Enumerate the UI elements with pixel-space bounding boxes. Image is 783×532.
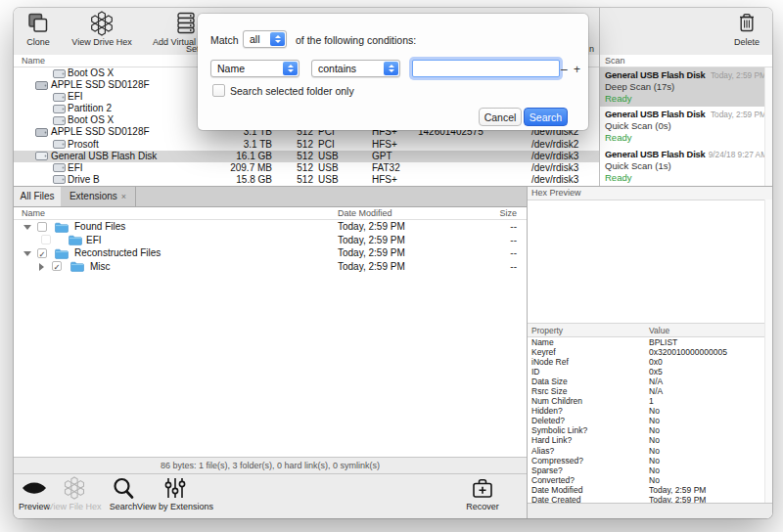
file-size: --: [484, 246, 517, 260]
drive-size: 16.1 GB: [209, 151, 272, 162]
inspector-scrollbar[interactable]: [764, 200, 772, 503]
honeycomb-icon: [47, 476, 102, 502]
operator-select-value: contains: [318, 63, 356, 74]
drive-row[interactable]: EFI 209.7 MB 512 USB FAT32 /dev/rdisk3: [14, 162, 599, 174]
property-key: Symbolic Link?: [531, 425, 587, 435]
property-table: NameBPLIST Keyref0x320010000000005 iNode…: [528, 337, 772, 505]
scan-title: General USB Flash Disk: [605, 70, 706, 80]
drive-block-size: 512: [285, 151, 313, 162]
drive-filesystem: GPT: [372, 151, 392, 162]
file-date-modified: Today, 2:59 PM: [338, 234, 405, 247]
remove-condition-button[interactable]: –: [561, 63, 568, 76]
file-checkbox-unchecked[interactable]: [37, 222, 47, 232]
scan-column-header[interactable]: Scan: [600, 55, 772, 67]
view-drive-hex-button[interactable]: View Drive Hex: [59, 11, 145, 47]
date-modified-column-header[interactable]: Date Modified: [338, 208, 392, 218]
property-row: Rsrc SizeN/A: [528, 386, 772, 396]
file-table-header: Name Date Modified Size: [14, 207, 527, 220]
value-column-header[interactable]: Value: [649, 326, 669, 335]
add-condition-button[interactable]: +: [574, 63, 580, 76]
disclosure-open-icon[interactable]: [23, 251, 31, 256]
field-select-value: Name: [217, 63, 245, 74]
hex-preview-area: [528, 200, 772, 323]
hidden-toolbar-label-tail: n: [589, 44, 594, 54]
property-value: No: [649, 416, 660, 425]
cancel-button[interactable]: Cancel: [479, 108, 522, 126]
property-row: Num Children1: [528, 396, 772, 406]
file-name-column-header[interactable]: Name: [22, 208, 45, 218]
scan-item[interactable]: General USB Flash Disk 9/24/18 9:27 AM Q…: [600, 147, 772, 186]
file-tree-row[interactable]: Found Files Today, 2:59 PM --: [14, 220, 527, 234]
drive-bus: USB: [318, 174, 339, 186]
drive-name: Prosoft: [68, 139, 99, 151]
disclosure-open-icon[interactable]: [23, 225, 31, 230]
file-name: Misc: [90, 260, 111, 274]
drive-size: 15.8 GB: [209, 174, 272, 186]
property-key: Converted?: [531, 475, 575, 485]
drive-filesystem: HFS+: [372, 174, 397, 186]
status-bar: 86 bytes: 1 file(s), 3 folder(s), 0 hard…: [14, 457, 527, 474]
check-icon: ✓: [38, 249, 45, 259]
delete-button[interactable]: Delete: [725, 11, 768, 47]
scan-panel: Scan General USB Flash Disk Today, 2:59 …: [600, 55, 772, 186]
up-down-chevron-icon: [270, 32, 285, 46]
scan-status: Ready: [605, 132, 766, 143]
file-checkbox-disabled[interactable]: [41, 235, 51, 244]
file-name: EFI: [86, 234, 102, 247]
trash-icon: [725, 11, 768, 37]
file-tree-row[interactable]: ✓ Misc Today, 2:59 PM --: [14, 260, 527, 274]
disclosure-closed-icon[interactable]: [39, 263, 44, 271]
file-tree-row[interactable]: EFI Today, 2:59 PM --: [14, 234, 527, 247]
property-key: Num Children: [531, 396, 582, 406]
clone-button[interactable]: Clone: [20, 11, 57, 47]
drive-name: Drive B: [68, 174, 100, 186]
property-value: No: [649, 475, 660, 485]
property-key: Hidden?: [531, 406, 563, 416]
search-selected-folder-checkbox[interactable]: [212, 84, 225, 97]
drive-filesystem: FAT32: [372, 162, 400, 174]
close-icon[interactable]: ×: [121, 192, 126, 201]
property-row: Hidden?No: [528, 406, 772, 416]
property-key: Date Modified: [531, 485, 582, 495]
view-drive-hex-label: View Drive Hex: [59, 37, 145, 47]
operator-select[interactable]: contains: [311, 60, 400, 77]
view-file-hex-button[interactable]: View File Hex: [47, 476, 102, 511]
recover-button[interactable]: Recover: [461, 476, 504, 511]
size-column-header[interactable]: Size: [484, 208, 517, 218]
scan-scrollbar[interactable]: [764, 67, 772, 186]
file-checkbox-checked[interactable]: ✓: [52, 261, 62, 271]
search-query-input[interactable]: [412, 60, 560, 77]
view-by-extensions-button[interactable]: View by Extensions: [131, 476, 219, 511]
search-submit-button[interactable]: Search: [524, 108, 568, 126]
drive-filesystem: HFS+: [372, 139, 397, 151]
property-value: Today, 2:59 PM: [649, 485, 706, 495]
conditions-suffix-label: of the following conditions:: [296, 34, 416, 46]
property-value: N/A: [649, 377, 663, 386]
property-key: iNode Ref: [531, 357, 569, 367]
drive-name: Boot OS X: [68, 67, 114, 79]
drive-name-column-header[interactable]: Name: [22, 56, 45, 66]
drive-row[interactable]: Drive B 15.8 GB 512 USB HFS+ /dev/rdisk3: [14, 174, 599, 186]
field-select[interactable]: Name: [210, 60, 299, 77]
property-row: ID0x5: [528, 367, 772, 377]
property-column-header[interactable]: Property: [531, 326, 563, 335]
tab-extensions[interactable]: Extensions×: [61, 187, 136, 206]
file-checkbox-checked[interactable]: ✓: [37, 248, 47, 258]
scan-item-selected[interactable]: General USB Flash Disk Today, 2:59 PM De…: [600, 67, 772, 107]
recover-toolbox-icon: [461, 476, 504, 502]
match-select[interactable]: all: [243, 30, 287, 48]
property-value: No: [649, 446, 660, 456]
drive-name: Partition 2: [68, 103, 112, 114]
file-name: Reconstructed Files: [74, 246, 161, 260]
scan-item[interactable]: General USB Flash Disk Today, 2:59 PM Qu…: [600, 107, 772, 146]
property-value: 1: [649, 396, 654, 406]
scan-title: General USB Flash Disk: [605, 110, 706, 119]
property-row: Keyref0x320010000000005: [528, 347, 772, 357]
tab-all-files[interactable]: All Files: [14, 187, 62, 206]
drive-row-selected[interactable]: General USB Flash Disk 16.1 GB 512 USB G…: [14, 151, 599, 162]
tab-extensions-label: Extensions: [69, 191, 117, 201]
drive-device: /dev/rdisk3: [531, 174, 578, 186]
recover-label: Recover: [461, 502, 504, 511]
drive-row[interactable]: Prosoft 3.1 TB 512 PCI HFS+ /dev/rdisk2: [14, 139, 599, 151]
file-tree-row[interactable]: ✓ Reconstructed Files Today, 2:59 PM --: [14, 246, 527, 260]
